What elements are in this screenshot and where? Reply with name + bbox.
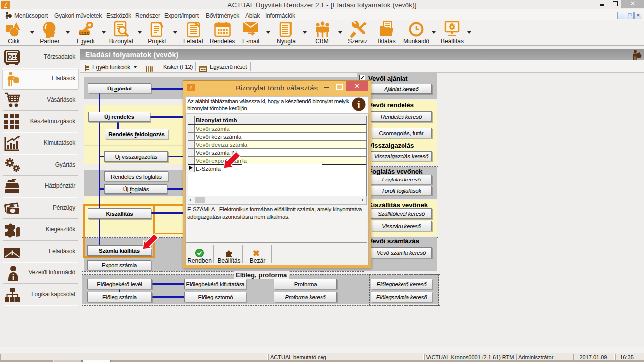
svg-text:0110: 0110 bbox=[79, 31, 90, 36]
svg-text:i: i bbox=[357, 99, 360, 111]
